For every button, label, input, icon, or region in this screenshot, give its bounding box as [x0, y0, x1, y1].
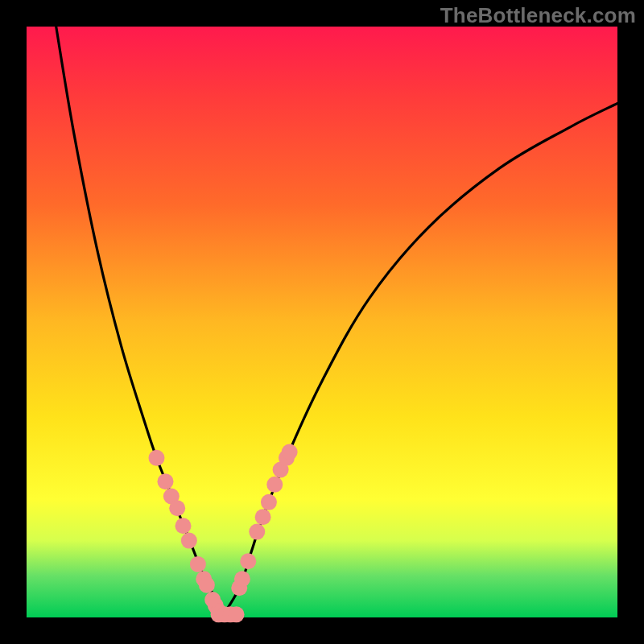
- marker-dot: [240, 553, 256, 569]
- marker-dot: [282, 444, 298, 460]
- marker-dot: [255, 509, 271, 525]
- curve-right-path: [221, 103, 617, 617]
- marker-dot: [190, 556, 206, 572]
- watermark-text: TheBottleneck.com: [440, 3, 636, 28]
- marker-dot: [181, 533, 197, 549]
- marker-dot: [266, 477, 283, 493]
- marker-dot: [199, 577, 215, 593]
- marker-dot: [261, 494, 277, 510]
- marker-dot: [169, 500, 185, 516]
- marker-dot: [229, 606, 245, 622]
- plot-area: [27, 27, 617, 617]
- curve-left-path: [56, 27, 222, 617]
- marker-dot: [148, 450, 164, 466]
- marker-dot: [175, 518, 192, 534]
- marker-dot: [234, 571, 250, 587]
- chart-svg: [27, 27, 617, 617]
- markers: [148, 444, 297, 622]
- chart-frame: TheBottleneck.com: [0, 0, 644, 644]
- marker-dot: [157, 473, 173, 489]
- marker-dot: [249, 524, 265, 540]
- curve-right: [221, 103, 617, 617]
- curve-left: [56, 27, 222, 617]
